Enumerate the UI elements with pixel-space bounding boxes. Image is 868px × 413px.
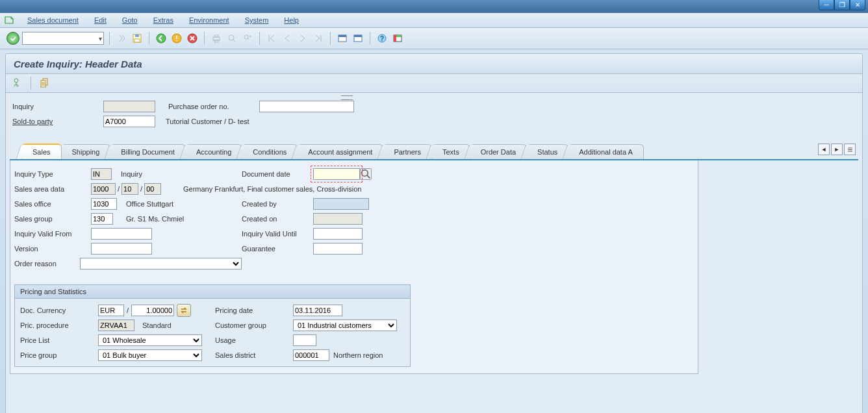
inquiry-field[interactable] [103, 101, 155, 112]
exchange-rate-field[interactable] [131, 305, 174, 316]
pricing-section: Pricing and Statistics Doc. Currency / P… [14, 284, 411, 367]
display-header-details-icon[interactable] [12, 77, 23, 89]
menu-sales-document[interactable]: Sales document [19, 14, 86, 26]
close-button[interactable]: ✕ [850, 0, 865, 10]
valid-until-field[interactable] [313, 228, 363, 240]
sales-office-field[interactable] [91, 198, 117, 210]
usage-label: Usage [215, 336, 293, 344]
guarantee-field[interactable] [313, 243, 363, 255]
menu-goto[interactable]: Goto [114, 14, 146, 26]
doc-currency-field[interactable] [98, 305, 124, 316]
pricing-procedure-label: Pric. procedure [19, 321, 98, 329]
soldto-description: Tutorial Customer / D- test [166, 118, 249, 125]
inquiry-type-field[interactable] [91, 168, 112, 180]
division-field[interactable] [144, 183, 161, 195]
menu-system[interactable]: System [237, 14, 277, 26]
price-group-label: Price group [19, 351, 98, 359]
pricing-procedure-description: Standard [142, 321, 172, 329]
menu-extras[interactable]: Extras [146, 14, 181, 26]
tab-conditions[interactable]: Conditions [242, 144, 298, 159]
menu-icon[interactable] [4, 15, 14, 25]
tab-shipping[interactable]: Shipping [61, 144, 111, 159]
title-bar: ─ ❐ ✕ [0, 0, 868, 13]
tab-sales[interactable]: Sales [21, 144, 62, 159]
version-label: Version [14, 245, 91, 253]
app-window: ─ ❐ ✕ Sales document Edit Goto Extras En… [0, 0, 868, 413]
price-list-select[interactable]: 01 Wholesale [98, 334, 202, 346]
cancel-button[interactable] [186, 32, 199, 45]
window-controls: ─ ❐ ✕ [819, 0, 865, 10]
svg-rect-18 [394, 35, 396, 42]
usage-field[interactable] [293, 334, 316, 346]
header-output-icon[interactable] [39, 77, 49, 89]
minimize-button[interactable]: ─ [819, 0, 834, 10]
sales-org-field[interactable] [91, 183, 116, 195]
inquiry-label: Inquiry [10, 103, 103, 110]
sales-area-label: Sales area data [14, 185, 91, 193]
customer-group-label: Customer group [215, 321, 293, 329]
sales-district-label: Sales district [215, 351, 293, 359]
new-session-button[interactable] [336, 32, 349, 45]
guarantee-label: Guarantee [242, 245, 313, 253]
order-reason-select[interactable] [80, 258, 242, 269]
svg-rect-8 [214, 40, 218, 42]
doc-currency-label: Doc. Currency [19, 307, 98, 314]
header-fields: Inquiry Purchase order no. Sold-to party… [10, 97, 858, 134]
document-date-label: Document date [242, 170, 313, 178]
drag-handle-icon[interactable] [341, 95, 354, 101]
sales-tab-body: Inquiry Type Inquiry Sales area data / / [10, 160, 698, 374]
menu-environment[interactable]: Environment [181, 14, 237, 26]
tab-accounting[interactable]: Accounting [185, 144, 242, 159]
soldto-label[interactable]: Sold-to party [10, 118, 103, 125]
help-button[interactable]: ? [376, 32, 389, 45]
svg-rect-6 [213, 37, 220, 40]
document-date-field[interactable] [313, 168, 360, 180]
menu-help[interactable]: Help [276, 14, 307, 26]
version-field[interactable] [91, 243, 152, 255]
enter-button[interactable] [6, 32, 19, 45]
valid-from-field[interactable] [91, 228, 152, 240]
system-toolbar: ? [0, 28, 868, 49]
tab-billing-document[interactable]: Billing Document [110, 144, 186, 159]
inquiry-type-label: Inquiry Type [14, 170, 91, 178]
application-toolbar [5, 74, 863, 93]
page-title: Create Inquiry: Header Data [14, 58, 142, 69]
tab-account-assignment[interactable]: Account assignment [297, 144, 383, 159]
svg-rect-2 [134, 39, 140, 42]
sales-group-field[interactable] [91, 213, 113, 225]
exit-button[interactable] [170, 32, 183, 45]
sales-district-field[interactable] [293, 349, 329, 361]
price-group-select[interactable]: 01 Bulk buyer [98, 349, 202, 361]
menu-edit[interactable]: Edit [86, 14, 114, 26]
pricing-procedure-field[interactable] [98, 319, 134, 331]
sales-office-description: Office Stuttgart [126, 200, 173, 208]
dist-channel-field[interactable] [121, 183, 138, 195]
layout-button[interactable] [391, 32, 404, 45]
tab-scroll-right-button[interactable]: ► [831, 144, 843, 155]
shortcut-button[interactable] [351, 32, 364, 45]
prev-page-button [281, 32, 294, 45]
tab-partners[interactable]: Partners [383, 144, 432, 159]
tab-list-button[interactable] [844, 144, 856, 155]
document-date-f4-button[interactable] [360, 168, 372, 180]
tab-scroll-left-button[interactable]: ◄ [818, 144, 830, 155]
svg-text:?: ? [380, 35, 384, 42]
find-button [225, 32, 238, 45]
svg-point-9 [229, 35, 234, 40]
back-button[interactable] [155, 32, 168, 45]
currency-convert-button[interactable] [177, 304, 191, 317]
first-page-button [265, 32, 278, 45]
tab-strip: Sales Shipping Billing Document Accounti… [10, 142, 858, 160]
pricing-date-field[interactable] [293, 305, 342, 316]
page-title-bar: Create Inquiry: Header Data [5, 53, 863, 74]
restore-button[interactable]: ❐ [834, 0, 850, 10]
price-list-label: Price List [19, 336, 98, 344]
tab-order-data[interactable]: Order Data [470, 144, 527, 159]
command-field[interactable] [22, 32, 104, 45]
save-button[interactable] [131, 32, 144, 45]
po-field[interactable] [259, 101, 354, 112]
tab-additional-data-a[interactable]: Additional data A [568, 144, 644, 159]
find-next-button [241, 32, 254, 45]
soldto-field[interactable] [103, 116, 155, 127]
customer-group-select[interactable]: 01 Industrial customers [293, 319, 397, 331]
